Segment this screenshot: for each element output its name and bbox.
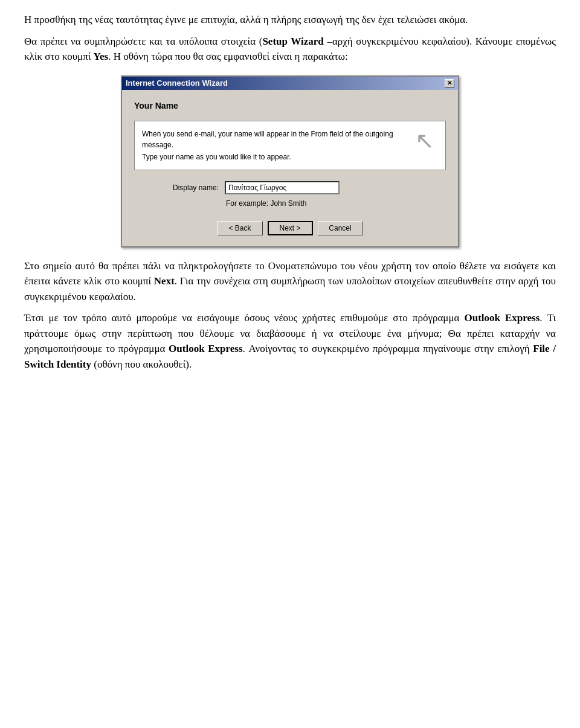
dialog-title: Internet Connection Wizard xyxy=(126,77,445,89)
paragraph-3: Στο σημείο αυτό θα πρέπει πάλι να πληκτρ… xyxy=(24,258,556,305)
dialog-titlebar: Internet Connection Wizard ✕ xyxy=(122,77,458,90)
dialog-description-area: When you send e-mail, your name will app… xyxy=(134,121,446,170)
example-value: John Smith xyxy=(270,199,306,208)
description-line2: Type your name as you would like it to a… xyxy=(142,152,397,162)
dialog-buttons-area: < Back Next > Cancel xyxy=(134,221,446,239)
example-label: For example: xyxy=(226,199,268,208)
example-row: For example: John Smith xyxy=(226,198,446,209)
display-name-input[interactable] xyxy=(225,181,340,194)
next-button[interactable]: Next > xyxy=(268,221,313,235)
back-button[interactable]: < Back xyxy=(218,221,263,235)
cancel-button[interactable]: Cancel xyxy=(318,221,363,235)
display-name-row: Display name: xyxy=(134,181,446,194)
dialog-close-button[interactable]: ✕ xyxy=(445,79,454,88)
paragraph-4: Έτσι με τον τρόπο αυτό μπορούμε να εισάγ… xyxy=(24,310,556,372)
wizard-cursor-icon: ↖ xyxy=(415,129,434,152)
internet-connection-wizard-dialog: Internet Connection Wizard ✕ Your Name W… xyxy=(121,75,459,247)
display-name-label: Display name: xyxy=(152,182,219,193)
description-line1: When you send e-mail, your name will app… xyxy=(142,129,397,150)
dialog-body: Your Name When you send e-mail, your nam… xyxy=(122,90,458,246)
dialog-section-title: Your Name xyxy=(134,100,446,112)
paragraph-2: Θα πρέπει να συμπληρώσετε και τα υπόλοιπ… xyxy=(24,34,556,65)
paragraph-1: Η προσθήκη της νέας ταυτότητας έγινε με … xyxy=(24,12,556,28)
dialog-wrapper: Internet Connection Wizard ✕ Your Name W… xyxy=(24,75,556,247)
cursor-icon-area: ↖ xyxy=(410,126,439,155)
